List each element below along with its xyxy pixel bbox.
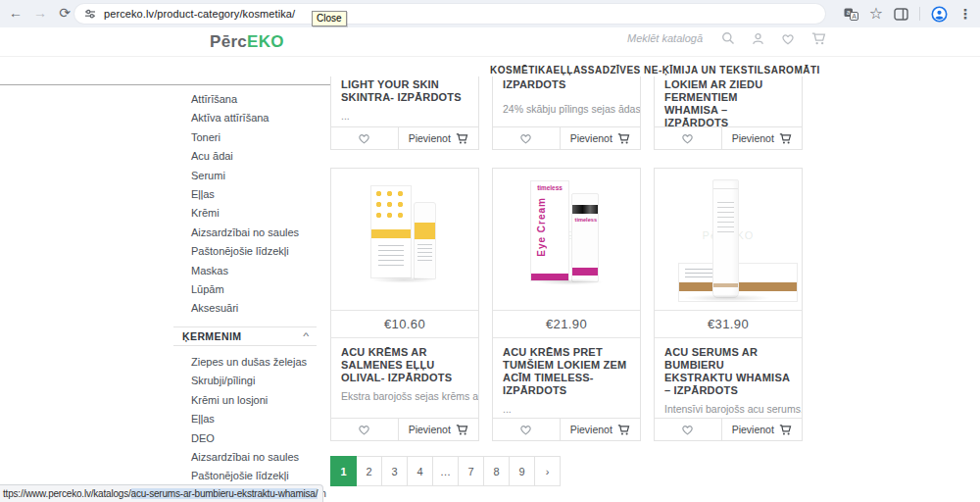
logo-text-suffix: EKO — [247, 32, 284, 51]
add-to-cart-button[interactable]: Pievienot — [399, 419, 479, 440]
heart-icon — [681, 424, 694, 435]
sidebar-item-lupam[interactable]: Lūpām — [191, 280, 318, 299]
sidebar-item-attirisana[interactable]: Attīrīšana — [191, 90, 318, 109]
sidebar-item-aktiva-attirisana[interactable]: Aktīva attīrīšana — [191, 109, 318, 127]
product-bottle-art — [414, 202, 436, 279]
product-actions: Pievienot — [493, 126, 640, 149]
nav-item-kosmetika[interactable]: KOSMĒTIKA — [490, 65, 554, 75]
chevron-up-icon: ^ — [303, 331, 309, 341]
sidebar-item-aizsardzibai[interactable]: Aizsardzībai no saules — [191, 224, 318, 242]
sidebar-item-deo[interactable]: DEO — [191, 429, 318, 448]
search-icon[interactable] — [721, 31, 735, 45]
sidebar-item-serumi[interactable]: Serumi — [191, 167, 318, 185]
product-actions: Pievienot — [331, 126, 478, 149]
close-tooltip: Close — [312, 11, 347, 26]
page-button-2[interactable]: 2 — [356, 456, 382, 486]
product-image[interactable]: PērcEKO — [655, 169, 802, 311]
sidebar-item-aizsardzibai-body[interactable]: Aizsardzībai no saules — [191, 448, 318, 467]
product-title-link[interactable]: LIGHT YOUR SKIN SKINTRA- IZPĀRDOTS — [331, 76, 478, 104]
forward-button[interactable]: → — [30, 3, 50, 23]
wishlist-button[interactable] — [331, 419, 399, 440]
product-tube-art — [712, 179, 739, 298]
sidebar-item-kremi-losjoni[interactable]: Krēmi un losjoni — [191, 391, 318, 410]
sidebar-category-list: Attīrīšana Aktīva attīrīšana Toneri Acu … — [191, 90, 318, 319]
product-bottle-art: timeless — [571, 193, 599, 282]
product-title-link[interactable]: ACU KRĒMS PRET TUMŠIEM LOKIEM ZEM ACĪM T… — [493, 338, 640, 397]
cart-icon — [779, 133, 792, 144]
add-to-cart-button[interactable]: Pievienot — [561, 419, 641, 440]
product-title-link[interactable]: IZPARDOTS — [493, 76, 640, 91]
add-to-cart-button[interactable]: Pievienot — [561, 127, 641, 149]
site-settings-icon[interactable] — [84, 8, 96, 20]
add-to-cart-button[interactable]: Pievienot — [722, 127, 803, 149]
product-card: LOKIEM AR ZIEDU FERMENTIEM WHAMISA – IZP… — [654, 76, 803, 150]
reload-button[interactable]: ⟳ — [55, 3, 74, 23]
browser-menu-icon[interactable]: ⋮ — [958, 2, 972, 25]
sidebar-item-pastonejosie-body[interactable]: Paštonējošie līdzekļi — [191, 467, 318, 485]
page-button-7[interactable]: 7 — [458, 456, 484, 486]
add-to-cart-label: Pievienot — [409, 424, 451, 435]
sidebar-item-kremi[interactable]: Krēmi — [191, 204, 318, 223]
site-logo[interactable]: PērcEKO — [210, 32, 284, 52]
wishlist-button[interactable] — [655, 419, 722, 440]
sidebar-item-toneri[interactable]: Toneri — [191, 128, 318, 147]
page-button-8[interactable]: 8 — [483, 456, 510, 486]
wishlist-heart-icon[interactable] — [781, 32, 795, 45]
sidebar-body-list: Ziepes un dušas želejas Skrubji/pīlingi … — [191, 353, 318, 486]
profile-avatar[interactable] — [931, 6, 948, 23]
product-title-link[interactable]: ACU SERUMS AR BUMBIERU EKSTRAKTU WHAMISA… — [655, 338, 802, 397]
page-ellipsis: … — [432, 456, 459, 486]
cart-icon[interactable] — [811, 32, 826, 45]
sidebar-item-ellas[interactable]: Eļļas — [191, 185, 318, 204]
page-button-3[interactable]: 3 — [381, 456, 408, 486]
sidebar-section-kermenim[interactable]: ĶERMENIM ^ — [173, 326, 317, 346]
nav-item-aromati[interactable]: AROMĀTI — [771, 65, 820, 75]
product-box-art: timelessEye Cream — [530, 180, 569, 281]
toolbar-actions: aA ☆ ⋮ — [844, 2, 972, 25]
status-bar-url: ttps://www.perceko.lv/katalogs/acu-serum… — [0, 484, 323, 502]
add-to-cart-button[interactable]: Pievienot — [399, 127, 479, 149]
sidebar-item-maskas[interactable]: Maskas — [191, 262, 318, 280]
bookmark-star-icon[interactable]: ☆ — [869, 2, 883, 25]
page-button-9[interactable]: 9 — [509, 456, 535, 486]
product-title-link[interactable]: ACU KRĒMS AR SALMENES EĻĻU OLIVAL- IZPĀR… — [331, 338, 478, 384]
product-price: €31.90 — [655, 311, 802, 338]
side-panel-icon[interactable] — [894, 8, 908, 21]
wishlist-button[interactable] — [493, 127, 561, 149]
wishlist-button[interactable] — [655, 127, 722, 149]
product-image[interactable]: PērcEKO timelessEye Cream timeless — [493, 169, 640, 311]
nav-item-ellas[interactable]: EĻĻAS — [554, 65, 588, 75]
heart-icon — [358, 424, 370, 435]
product-card: PērcEKO timelessEye Cream timeless €21.9… — [492, 168, 641, 441]
sidebar-item-ziepes[interactable]: Ziepes un dušas želejas — [191, 353, 318, 372]
product-info: ACU KRĒMS PRET TUMŠIEM LOKIEM ZEM ACĪM T… — [493, 338, 640, 419]
wishlist-button[interactable] — [331, 127, 399, 149]
add-to-cart-label: Pievienot — [732, 132, 774, 144]
wishlist-button[interactable] — [493, 419, 561, 440]
svg-text:A: A — [852, 13, 857, 20]
page-button-1[interactable]: 1 — [330, 456, 357, 486]
account-icon[interactable] — [752, 32, 764, 45]
url-text[interactable]: perceko.lv/product-category/kosmetika/ — [104, 8, 295, 20]
status-url-prefix: ttps://www.perceko.lv/katalogs/ — [3, 488, 131, 499]
translate-icon[interactable]: aA — [844, 8, 858, 21]
product-title-link[interactable]: LOKIEM AR ZIEDU FERMENTIEM WHAMISA – IZP… — [655, 76, 802, 129]
product-card: LIGHT YOUR SKIN SKINTRA- IZPĀRDOTS ... P… — [330, 76, 479, 150]
add-to-cart-button[interactable]: Pievienot — [722, 419, 803, 440]
page-next-button[interactable]: › — [534, 456, 561, 486]
sidebar-item-acu-adai[interactable]: Acu ādai — [191, 147, 318, 166]
site-header: PērcEKO Meklēt katalogā — [0, 27, 980, 57]
cart-icon — [456, 133, 468, 144]
page-button-4[interactable]: 4 — [407, 456, 433, 486]
sidebar-item-aksesuari[interactable]: Aksesuāri — [191, 299, 318, 318]
back-button[interactable]: ← — [6, 3, 25, 23]
product-card: IZPARDOTS 24% skābju pīlings sejas ādas.… — [492, 76, 641, 150]
product-image[interactable]: PērcEKO — [331, 169, 478, 311]
sidebar-item-pastonejosie[interactable]: Paštonējošie līdzekļi — [191, 242, 318, 261]
search-input[interactable]: Meklēt katalogā — [627, 32, 703, 44]
sidebar-item-ellas-body[interactable]: Eļļas — [191, 410, 318, 428]
section-label: ĶERMENIM — [182, 330, 241, 342]
sidebar-item-skrubji[interactable]: Skrubji/pīlingi — [191, 372, 318, 390]
address-bar[interactable]: perceko.lv/product-category/kosmetika/ — [74, 4, 825, 24]
nav-item-sadzives[interactable]: SADZĪVES NE-ĶĪMIJA UN TEKSTILS — [588, 65, 771, 75]
